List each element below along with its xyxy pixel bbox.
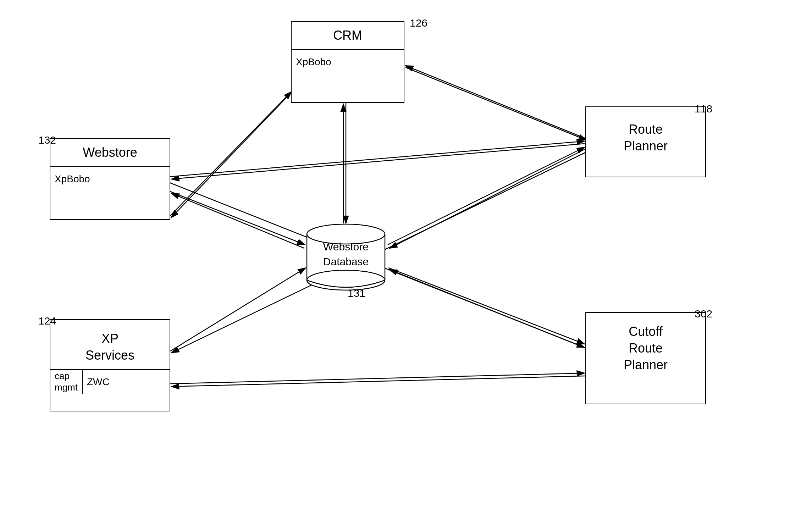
webstore-box: Webstore XpBobo [50, 138, 170, 220]
xp-services-cap-mgmt: capmgmt [50, 370, 83, 394]
cutoff-title: CutoffRoutePlanner [586, 313, 705, 378]
route-planner-box: RoutePlanner [585, 106, 706, 177]
crm-footer: XpBobo [292, 49, 404, 74]
crm-ref: 126 [410, 17, 427, 29]
svg-line-10 [390, 149, 585, 248]
xp-services-title: XPServices [50, 320, 170, 369]
webstore-title: Webstore [50, 139, 170, 166]
cutoff-box: CutoffRoutePlanner [585, 312, 706, 404]
xp-services-footer: capmgmt ZWC [50, 369, 170, 394]
xp-services-zwc: ZWC [83, 370, 114, 394]
crm-box: CRM XpBobo [291, 21, 404, 103]
svg-line-6 [170, 92, 292, 216]
svg-line-13 [388, 268, 585, 344]
svg-line-12 [170, 268, 306, 351]
svg-line-7 [171, 93, 291, 218]
svg-line-9 [405, 67, 586, 140]
database-label: WebstoreDatabase [303, 239, 388, 269]
svg-line-2 [170, 192, 305, 245]
cutoff-ref: 302 [695, 308, 712, 320]
xp-services-box: XPServices capmgmt ZWC [50, 319, 170, 411]
database-container: WebstoreDatabase [303, 220, 388, 291]
svg-line-8 [405, 66, 585, 138]
webstore-footer: XpBobo [50, 166, 170, 191]
webstore-xpbobo: XpBobo [50, 167, 94, 191]
xp-services-ref: 124 [38, 315, 56, 327]
svg-line-16 [171, 144, 585, 179]
crm-xpbobo: XpBobo [292, 50, 336, 74]
database-ref: 131 [348, 287, 365, 299]
svg-line-14 [390, 270, 585, 348]
crm-title: CRM [292, 22, 404, 49]
svg-line-18 [171, 376, 585, 387]
svg-line-17 [170, 373, 585, 384]
route-planner-ref: 118 [695, 103, 712, 115]
svg-line-3 [171, 193, 304, 248]
diagram-container: CRM XpBobo 126 Webstore XpBobo 132 Route… [0, 0, 795, 532]
svg-line-11 [388, 147, 585, 245]
route-planner-title: RoutePlanner [586, 107, 705, 160]
webstore-ref: 132 [38, 134, 56, 146]
svg-line-15 [170, 141, 585, 177]
